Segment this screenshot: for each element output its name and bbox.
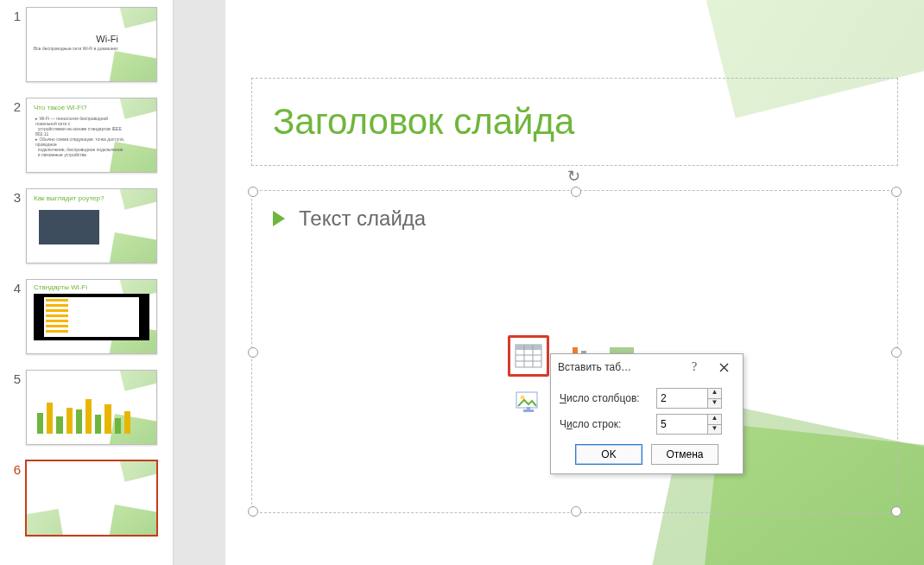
resize-handle[interactable] <box>571 506 581 517</box>
svg-rect-14 <box>527 407 530 410</box>
thumbnail-number: 5 <box>9 370 21 386</box>
thumbnail-1[interactable]: 1 Wi-Fi Все беспроводные сети Wi-Fi в до… <box>0 3 173 94</box>
thumbnail-2[interactable]: 2 Что такое Wi-Fi? ▸ Wi-Fi — технология … <box>0 94 173 185</box>
columns-input[interactable] <box>656 388 708 409</box>
bullet-icon <box>273 211 285 226</box>
thumbnail-number: 1 <box>9 7 21 23</box>
rows-input[interactable] <box>656 414 708 435</box>
resize-handle[interactable] <box>891 187 902 197</box>
rows-row: Число строк: ▲ ▼ <box>560 411 734 437</box>
body-placeholder-text: Текст слайда <box>299 206 426 231</box>
thumbnail-preview[interactable]: Стандарты Wi-Fi <box>26 279 157 354</box>
dialog-title: Вставить таб… <box>558 361 677 373</box>
close-button[interactable] <box>712 357 736 378</box>
cancel-button[interactable]: Отмена <box>651 444 718 465</box>
slide-canvas[interactable]: Заголовок слайда ↻ Текст слайда <box>225 0 924 565</box>
thumbnail-number: 3 <box>9 188 21 205</box>
thumbnail-3[interactable]: 3 Как выглядит роутер? <box>0 185 173 276</box>
svg-point-12 <box>520 396 524 400</box>
dialog-titlebar[interactable]: Вставить таб… ? <box>551 354 743 380</box>
title-placeholder[interactable]: Заголовок слайда <box>251 78 898 166</box>
title-placeholder-text: Заголовок слайда <box>273 101 574 143</box>
insert-picture-icon[interactable] <box>508 382 549 423</box>
thumbnail-preview[interactable]: Что такое Wi-Fi? ▸ Wi-Fi — технология бе… <box>26 98 157 173</box>
thumbnail-number: 6 <box>9 460 21 477</box>
spin-down-icon[interactable]: ▼ <box>708 425 721 435</box>
columns-row: Число столбцов: ▲ ▼ <box>560 385 734 411</box>
thumbnail-4[interactable]: 4 Стандарты Wi-Fi <box>0 276 173 366</box>
columns-spinner: ▲ ▼ <box>656 388 722 409</box>
content-placeholder[interactable]: ↻ Текст слайда <box>251 190 898 513</box>
thumbnail-preview[interactable]: Как выглядит роутер? <box>26 188 157 263</box>
slide-thumbnails-panel: 1 Wi-Fi Все беспроводные сети Wi-Fi в до… <box>0 0 174 565</box>
svg-rect-1 <box>516 345 541 350</box>
thumbnail-number: 2 <box>9 98 21 114</box>
spin-up-icon[interactable]: ▲ <box>708 389 721 399</box>
resize-handle[interactable] <box>248 187 258 197</box>
slide-editor: Заголовок слайда ↻ Текст слайда <box>174 0 924 565</box>
thumbnail-number: 4 <box>9 279 21 295</box>
thumbnail-preview[interactable] <box>26 370 157 445</box>
rows-label: Число строк: <box>560 418 649 430</box>
resize-handle[interactable] <box>248 506 258 517</box>
ok-button[interactable]: OK <box>575 444 642 465</box>
resize-handle[interactable] <box>571 187 581 197</box>
thumbnail-5[interactable]: 5 <box>0 366 173 457</box>
insert-table-dialog: Вставить таб… ? Число столбцов: <box>550 353 744 474</box>
resize-handle[interactable] <box>891 347 902 358</box>
body-bullet: Текст слайда <box>273 206 426 231</box>
insert-table-icon[interactable] <box>508 335 549 377</box>
thumbnail-6[interactable]: 6 <box>0 457 173 548</box>
help-button[interactable]: ? <box>682 357 706 378</box>
thumbnail-preview[interactable] <box>26 460 157 536</box>
resize-handle[interactable] <box>248 347 258 358</box>
spin-up-icon[interactable]: ▲ <box>708 415 721 425</box>
spin-down-icon[interactable]: ▼ <box>708 399 721 409</box>
rotate-handle-icon[interactable]: ↻ <box>567 167 583 182</box>
columns-label: Число столбцов: <box>560 392 649 404</box>
resize-handle[interactable] <box>891 506 902 517</box>
thumbnail-preview[interactable]: Wi-Fi Все беспроводные сети Wi-Fi в дома… <box>26 7 157 82</box>
rows-spinner: ▲ ▼ <box>656 414 722 435</box>
